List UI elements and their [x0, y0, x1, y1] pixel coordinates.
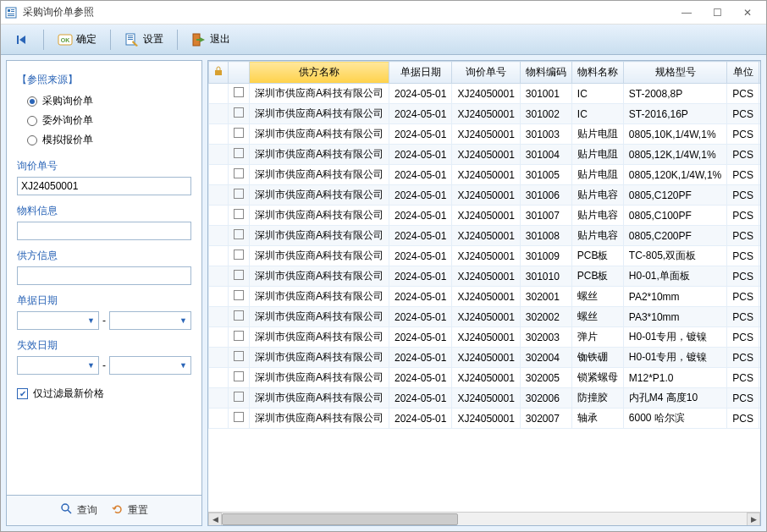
- row-checkbox-cell[interactable]: [229, 185, 250, 206]
- column-header[interactable]: 询价单号: [452, 62, 520, 84]
- table-row[interactable]: 深圳市供应商A科技有限公司2024-05-01XJ24050001301006贴…: [209, 185, 761, 206]
- table-row[interactable]: 深圳市供应商A科技有限公司2024-05-01XJ24050001302006防…: [209, 388, 761, 409]
- table-row[interactable]: 深圳市供应商A科技有限公司2024-05-01XJ24050001301007贴…: [209, 206, 761, 226]
- material-input[interactable]: [17, 222, 191, 240]
- order-no-input[interactable]: [17, 177, 191, 195]
- table-row[interactable]: 深圳市供应商A科技有限公司2024-05-01XJ24050001301008贴…: [209, 226, 761, 246]
- bill-date-to[interactable]: ▼: [109, 311, 191, 330]
- settings-button[interactable]: 设置: [118, 29, 170, 51]
- bill-date-from[interactable]: ▼: [17, 311, 99, 330]
- row-checkbox-cell[interactable]: [229, 124, 250, 145]
- source-radio-2[interactable]: 模拟报价单: [27, 133, 191, 147]
- row-checkbox-cell[interactable]: [229, 327, 250, 348]
- material-label: 物料信息: [17, 204, 191, 218]
- table-cell: 301010: [520, 266, 571, 287]
- table-row[interactable]: 深圳市供应商A科技有限公司2024-05-01XJ24050001301002I…: [209, 104, 761, 124]
- checkbox-icon: [234, 250, 244, 260]
- column-header[interactable]: 单据日期: [389, 62, 452, 84]
- svg-rect-3: [11, 11, 14, 12]
- checkbox-icon: [234, 392, 244, 402]
- source-radio-0[interactable]: 采购询价单: [27, 94, 191, 108]
- checkbox-icon: [234, 128, 244, 138]
- table-row[interactable]: 深圳市供应商A科技有限公司2024-05-01XJ24050001302007轴…: [209, 409, 761, 429]
- row-indicator: [209, 84, 229, 104]
- table-row[interactable]: 深圳市供应商A科技有限公司2024-05-01XJ24050001301010P…: [209, 266, 761, 287]
- settings-icon: [124, 32, 140, 47]
- radio-icon: [27, 116, 37, 126]
- row-checkbox-cell[interactable]: [229, 165, 250, 185]
- table-row[interactable]: 深圳市供应商A科技有限公司2024-05-01XJ24050001302001螺…: [209, 287, 761, 307]
- expire-date-label: 失效日期: [17, 338, 191, 353]
- column-header[interactable]: 供方名称: [250, 62, 389, 84]
- lock-icon: [214, 66, 223, 76]
- row-checkbox-cell[interactable]: [229, 206, 250, 226]
- column-header[interactable]: 物料名称: [571, 62, 623, 84]
- row-checkbox-cell[interactable]: [229, 409, 250, 429]
- expire-date-from[interactable]: ▼: [17, 356, 99, 375]
- filter-latest-checkbox[interactable]: ✔ 仅过滤最新价格: [17, 387, 191, 401]
- table-cell: 深圳市供应商A科技有限公司: [250, 84, 389, 104]
- svg-rect-2: [11, 9, 14, 10]
- row-checkbox-cell[interactable]: [229, 348, 250, 368]
- table-cell: 螺丝: [571, 287, 623, 307]
- column-header[interactable]: [229, 62, 250, 84]
- supplier-input[interactable]: [17, 266, 191, 285]
- maximize-button[interactable]: ☐: [702, 3, 732, 22]
- table-container[interactable]: 供方名称单据日期询价单号物料编码物料名称规格型号单位币种 深圳市供应商A科技有限…: [208, 61, 760, 512]
- dropdown-icon: ▼: [87, 361, 95, 370]
- scroll-left-button[interactable]: ◀: [208, 513, 222, 526]
- scroll-track[interactable]: [222, 513, 747, 526]
- horizontal-scrollbar[interactable]: ◀ ▶: [208, 512, 760, 525]
- scroll-thumb[interactable]: [222, 513, 458, 525]
- search-button[interactable]: 查询: [60, 502, 97, 518]
- row-checkbox-cell[interactable]: [229, 145, 250, 165]
- table-row[interactable]: 深圳市供应商A科技有限公司2024-05-01XJ24050001301003贴…: [209, 124, 761, 145]
- row-checkbox-cell[interactable]: [229, 266, 250, 287]
- table-row[interactable]: 深圳市供应商A科技有限公司2024-05-01XJ24050001301005贴…: [209, 165, 761, 185]
- table-cell: 人民币: [759, 124, 760, 145]
- row-checkbox-cell[interactable]: [229, 368, 250, 388]
- table-cell: 深圳市供应商A科技有限公司: [250, 327, 389, 348]
- source-radio-1[interactable]: 委外询价单: [27, 113, 191, 128]
- column-header[interactable]: 单位: [727, 62, 759, 84]
- radio-icon: [27, 96, 37, 107]
- svg-line-16: [68, 510, 71, 513]
- table-row[interactable]: 深圳市供应商A科技有限公司2024-05-01XJ24050001301009P…: [209, 246, 761, 266]
- close-button[interactable]: ✕: [732, 3, 763, 22]
- table-row[interactable]: 深圳市供应商A科技有限公司2024-05-01XJ24050001301004贴…: [209, 145, 761, 165]
- row-checkbox-cell[interactable]: [229, 307, 250, 327]
- column-header[interactable]: 币种: [759, 62, 760, 84]
- row-checkbox-cell[interactable]: [229, 388, 250, 409]
- row-checkbox-cell[interactable]: [229, 287, 250, 307]
- table-cell: 302004: [520, 348, 571, 368]
- table-cell: 302007: [520, 409, 571, 429]
- table-cell: 深圳市供应商A科技有限公司: [250, 246, 389, 266]
- table-row[interactable]: 深圳市供应商A科技有限公司2024-05-01XJ24050001302005锁…: [209, 368, 761, 388]
- table-row[interactable]: 深圳市供应商A科技有限公司2024-05-01XJ24050001302002螺…: [209, 307, 761, 327]
- scroll-right-button[interactable]: ▶: [747, 513, 760, 526]
- row-checkbox-cell[interactable]: [229, 226, 250, 246]
- column-header[interactable]: [209, 62, 229, 84]
- table-row[interactable]: 深圳市供应商A科技有限公司2024-05-01XJ24050001302003弹…: [209, 327, 761, 348]
- confirm-button[interactable]: OK 确定: [51, 29, 103, 51]
- nav-first-button[interactable]: [8, 29, 36, 51]
- exit-button[interactable]: 退出: [185, 29, 237, 51]
- row-checkbox-cell[interactable]: [229, 246, 250, 266]
- table-header-row: 供方名称单据日期询价单号物料编码物料名称规格型号单位币种: [209, 62, 761, 84]
- titlebar[interactable]: 采购询价单参照 — ☐ ✕: [1, 1, 766, 25]
- minimize-button[interactable]: —: [671, 3, 702, 22]
- expire-date-to[interactable]: ▼: [109, 356, 191, 375]
- column-header[interactable]: 物料编码: [520, 62, 571, 84]
- table-cell: 2024-05-01: [389, 327, 452, 348]
- table-cell: 深圳市供应商A科技有限公司: [250, 409, 389, 429]
- row-checkbox-cell[interactable]: [229, 104, 250, 124]
- table-row[interactable]: 深圳市供应商A科技有限公司2024-05-01XJ24050001301001I…: [209, 84, 761, 104]
- table-cell: 2024-05-01: [389, 348, 452, 368]
- column-header[interactable]: 规格型号: [623, 62, 726, 84]
- row-indicator: [209, 206, 229, 226]
- row-checkbox-cell[interactable]: [229, 84, 250, 104]
- radio-label: 采购询价单: [42, 94, 93, 108]
- reset-button[interactable]: 重置: [111, 502, 148, 518]
- table-row[interactable]: 深圳市供应商A科技有限公司2024-05-01XJ24050001302004铷…: [209, 348, 761, 368]
- table-cell: 深圳市供应商A科技有限公司: [250, 266, 389, 287]
